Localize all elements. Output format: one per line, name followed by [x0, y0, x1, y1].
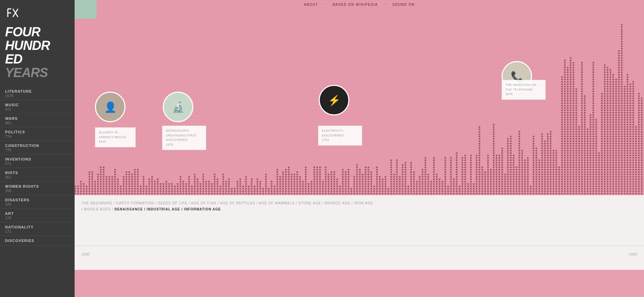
electricity-title: ELECTRICITY DISCOVERED: [322, 129, 358, 138]
slavery-year: 1619: [99, 140, 132, 144]
sidebar-item-art[interactable]: ART 178: [0, 209, 75, 222]
slavery-label: SLAVERY IN AMERICA BEGAN 1619: [95, 127, 136, 147]
nav-label: DISASTERS: [5, 198, 70, 202]
year-labels: 1600 2000: [75, 252, 644, 256]
nav-count: 178: [5, 216, 70, 220]
sidebar-item-literature[interactable]: LITERATURE 1575: [0, 87, 75, 100]
nav-count: 971: [5, 107, 70, 111]
top-navigation: ABOUT ◦ BASED ON WIKIPEDIA ◦ SOUND ON: [75, 3, 644, 6]
nav-label: NATIONALITY: [5, 225, 70, 229]
timeline-bar: [75, 245, 644, 246]
slavery-image: 👤: [95, 92, 125, 122]
nav-dot-1: ◦: [325, 3, 326, 6]
nav-dot-2: ◦: [385, 3, 386, 6]
nav-count: 171: [5, 229, 70, 234]
sidebar-item-nationality[interactable]: NATIONALITY 171: [0, 222, 75, 236]
microscopic-label: MICROSCOPIC ORGANISMS FIRST DISCOVERED 1…: [162, 126, 206, 150]
nav-label: WARS: [5, 116, 70, 120]
sidebar-item-women-rights[interactable]: WOMEN RIGHTS 258: [0, 182, 75, 195]
logo-area: [0, 0, 75, 24]
nav-count: 258: [5, 189, 70, 193]
electricity-year: 1751: [322, 138, 358, 143]
based-on-link[interactable]: BASED ON WIKIPEDIA: [333, 3, 378, 6]
sidebar-item-construction[interactable]: CONSTRUCTION 770: [0, 141, 75, 154]
callout-slavery: 👤: [95, 92, 125, 122]
microscopic-title: MICROSCOPIC ORGANISMS FIRST DISCOVERED: [166, 129, 202, 143]
telephone-title: THE INVENTION OF THE TELEPHONE: [505, 83, 542, 92]
microscopic-image: 🔬: [163, 92, 193, 122]
callout-electricity: ⚡: [319, 85, 349, 115]
slavery-title: SLAVERY IN AMERICA BEGAN: [99, 130, 132, 140]
electricity-image: ⚡: [319, 85, 349, 115]
logo-icon: [5, 5, 20, 20]
bottom-section: THE BEGINNING / EARTH FORMATION / SEEDS …: [75, 195, 644, 297]
nav-label: LITERATURE: [5, 89, 70, 93]
nav-count: 770: [5, 148, 70, 152]
era-line-2: / MIDDLE AGES / RENAISSANCE / INDUSTRIAL…: [81, 206, 637, 212]
sidebar-item-music[interactable]: MUSIC 971: [0, 100, 75, 114]
main-area: ABOUT ◦ BASED ON WIKIPEDIA ◦ SOUND ON 👤 …: [75, 0, 644, 297]
telephone-label: THE INVENTION OF THE TELEPHONE 1876: [502, 80, 546, 100]
title-block: FOURHUNDRED YEARS: [0, 24, 75, 85]
nav-label: WOMEN RIGHTS: [5, 184, 70, 188]
era-bold: RENAISSANCE / INDUSTRIAL AGE / INFORMATI…: [115, 207, 221, 211]
sidebar-item-inventions[interactable]: INVENTIONS 571: [0, 154, 75, 168]
electricity-label: ELECTRICITY DISCOVERED 1751: [318, 126, 362, 146]
nav-label: RIOTS: [5, 171, 70, 175]
visualization-area: [75, 0, 644, 195]
year-1600: 1600: [81, 252, 90, 256]
sidebar-item-discoveries[interactable]: DISCOVERIES: [0, 236, 75, 245]
telephone-year: 1876: [505, 92, 542, 97]
nav-count: 774: [5, 134, 70, 138]
nav-label: CONSTRUCTION: [5, 144, 70, 148]
nav-count: 961: [5, 121, 70, 125]
nav-label: ART: [5, 211, 70, 216]
sidebar: FOURHUNDRED YEARS LITERATURE 1575 MUSIC …: [0, 0, 75, 297]
pink-bottom-bar: [75, 270, 644, 297]
about-link[interactable]: ABOUT: [304, 3, 318, 6]
year-2000: 2000: [629, 252, 637, 256]
sidebar-item-wars[interactable]: WARS 961: [0, 114, 75, 127]
nav-label: INVENTIONS: [5, 157, 70, 161]
era-line-1: THE BEGINNING / EARTH FORMATION / SEEDS …: [81, 200, 637, 206]
sound-toggle[interactable]: SOUND ON: [392, 3, 415, 6]
era-pre-bold: / MIDDLE AGES /: [81, 207, 113, 211]
nav-count: 351: [5, 175, 70, 179]
title-main: FOURHUNDRED: [5, 25, 70, 66]
sidebar-item-politics[interactable]: POLITICS 774: [0, 127, 75, 141]
microscopic-year: 1675: [166, 143, 202, 147]
nav-list: LITERATURE 1575 MUSIC 971 WARS 961 POLIT…: [0, 85, 75, 297]
dot-chart-canvas: [75, 0, 644, 195]
nav-count: 1575: [5, 94, 70, 98]
sidebar-item-riots[interactable]: RIOTS 351: [0, 168, 75, 182]
era-labels: THE BEGINNING / EARTH FORMATION / SEEDS …: [75, 195, 644, 215]
nav-label: DISCOVERIES: [5, 239, 70, 243]
nav-count: 225: [5, 202, 70, 206]
nav-label: POLITICS: [5, 130, 70, 134]
nav-count: 571: [5, 162, 70, 166]
callout-microscopic: 🔬: [163, 92, 193, 122]
nav-label: MUSIC: [5, 103, 70, 107]
sidebar-item-disasters[interactable]: DISASTERS 225: [0, 195, 75, 209]
title-years: YEARS: [5, 66, 70, 80]
